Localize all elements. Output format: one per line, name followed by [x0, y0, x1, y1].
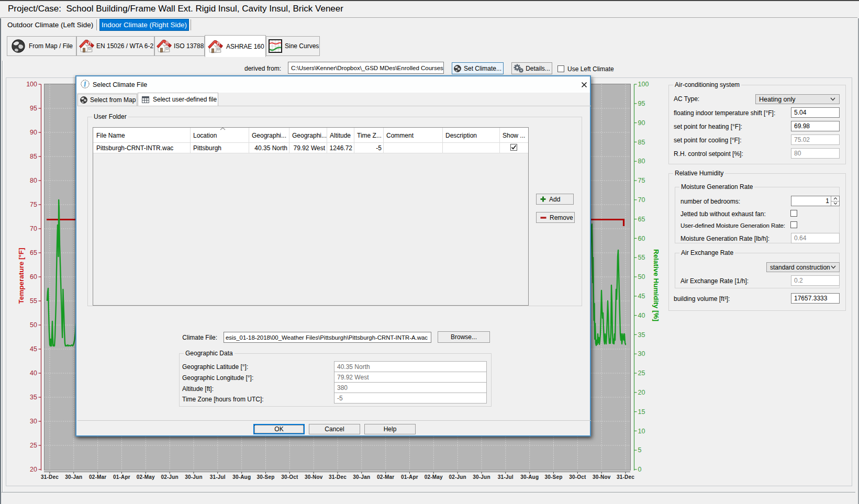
svg-text:01-Apr: 01-Apr	[113, 474, 130, 480]
svg-text:40: 40	[638, 312, 645, 319]
svg-text:45: 45	[30, 345, 37, 353]
svg-text:30: 30	[30, 418, 37, 425]
svg-text:30-Nov: 30-Nov	[593, 474, 611, 480]
svg-text:30-Jan: 30-Jan	[65, 474, 82, 480]
svg-text:85: 85	[30, 153, 37, 160]
svg-text:45: 45	[638, 293, 645, 300]
svg-text:75: 75	[30, 201, 37, 208]
svg-text:31-Dec: 31-Dec	[41, 474, 59, 480]
svg-text:01-Apr: 01-Apr	[401, 474, 418, 480]
svg-text:25: 25	[30, 442, 37, 449]
svg-text:65: 65	[30, 249, 37, 256]
svg-text:30-Jun: 30-Jun	[473, 474, 490, 480]
svg-text:30-Sep: 30-Sep	[545, 474, 563, 480]
svg-text:Relative Humidity [%]: Relative Humidity [%]	[652, 249, 660, 321]
svg-text:5: 5	[638, 446, 642, 454]
svg-text:30-Sep: 30-Sep	[257, 474, 275, 480]
svg-text:70: 70	[30, 225, 37, 232]
svg-text:65: 65	[638, 216, 645, 223]
svg-text:0: 0	[638, 466, 642, 473]
svg-text:55: 55	[30, 297, 37, 305]
svg-text:75: 75	[638, 177, 645, 184]
svg-text:30-Oct: 30-Oct	[281, 474, 298, 480]
svg-text:02-May: 02-May	[425, 474, 443, 480]
svg-text:31-Dec: 31-Dec	[617, 474, 634, 480]
svg-text:30-Jun: 30-Jun	[185, 474, 202, 480]
svg-text:100: 100	[638, 81, 649, 88]
svg-text:10: 10	[638, 428, 645, 435]
svg-text:30: 30	[638, 350, 645, 357]
svg-text:70: 70	[638, 196, 645, 204]
svg-text:31-Dec: 31-Dec	[329, 474, 347, 480]
svg-text:80: 80	[638, 158, 645, 165]
svg-text:90: 90	[638, 119, 645, 127]
svg-text:35: 35	[638, 331, 645, 339]
svg-text:02-Mar: 02-Mar	[377, 474, 394, 480]
svg-text:95: 95	[638, 100, 645, 107]
svg-text:60: 60	[638, 235, 645, 242]
svg-text:60: 60	[30, 273, 37, 281]
svg-text:40: 40	[30, 369, 37, 377]
svg-text:31-Jul: 31-Jul	[498, 474, 514, 480]
svg-text:02-Jun: 02-Jun	[161, 474, 178, 480]
svg-text:80: 80	[30, 177, 37, 184]
svg-text:35: 35	[30, 394, 37, 401]
svg-text:30-Aug: 30-Aug	[520, 474, 539, 480]
svg-text:Temperature [°F]: Temperature [°F]	[17, 248, 25, 304]
svg-text:15: 15	[638, 408, 645, 416]
svg-text:30-Oct: 30-Oct	[569, 474, 586, 480]
svg-text:30-Aug: 30-Aug	[232, 474, 251, 480]
svg-text:20: 20	[638, 389, 645, 396]
svg-text:55: 55	[638, 254, 645, 261]
svg-text:50: 50	[638, 273, 645, 281]
svg-text:95: 95	[30, 105, 37, 112]
svg-text:02-May: 02-May	[137, 474, 155, 480]
svg-text:02-Jun: 02-Jun	[449, 474, 466, 480]
svg-text:30-Jan: 30-Jan	[353, 474, 370, 480]
svg-text:85: 85	[638, 139, 645, 146]
svg-text:100: 100	[26, 81, 37, 88]
svg-text:31-Jul: 31-Jul	[210, 474, 226, 480]
svg-text:30-Nov: 30-Nov	[305, 474, 323, 480]
svg-text:20: 20	[30, 466, 37, 473]
svg-text:90: 90	[30, 129, 37, 136]
svg-text:25: 25	[638, 369, 645, 377]
svg-text:02-Mar: 02-Mar	[89, 474, 106, 480]
svg-text:50: 50	[30, 321, 37, 329]
